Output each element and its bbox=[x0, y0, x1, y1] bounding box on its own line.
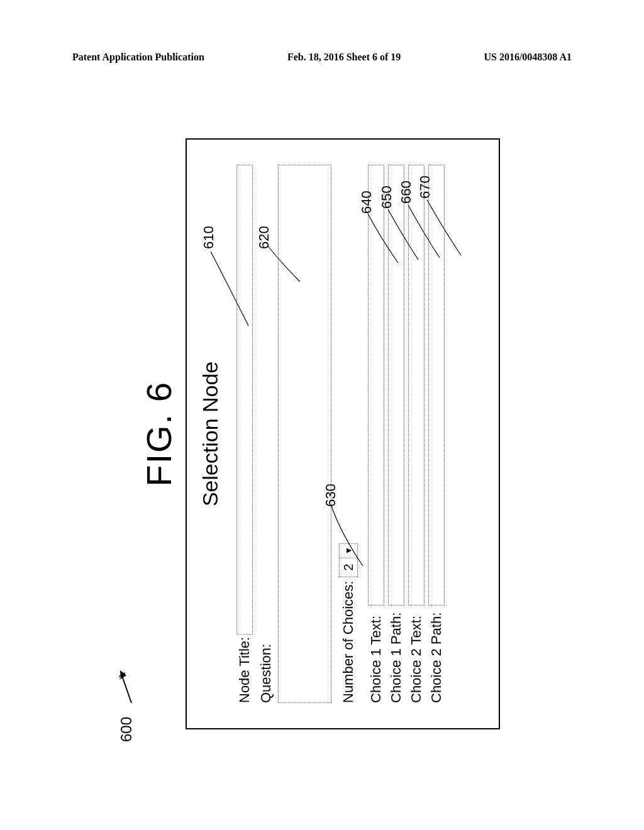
header-left: Patent Application Publication bbox=[72, 52, 204, 63]
figure-rotated-wrapper: 600 FIG. 6 Selection Node Node Title: Qu… bbox=[118, 126, 526, 742]
figure-ref-row: 600 bbox=[118, 126, 135, 742]
callout-660: 660 bbox=[398, 180, 414, 204]
callout-line-620 bbox=[287, 231, 313, 282]
num-choices-label: Number of Choices: bbox=[340, 581, 357, 703]
callout-line-630 bbox=[349, 490, 374, 566]
choice-1-text-row: Choice 1 Text: bbox=[368, 165, 384, 703]
choice-1-text-label: Choice 1 Text: bbox=[368, 606, 384, 703]
question-label: Question: bbox=[258, 644, 274, 703]
callout-670: 670 bbox=[417, 175, 433, 199]
arrow-icon bbox=[119, 667, 134, 704]
callout-650: 650 bbox=[379, 185, 395, 209]
choice-2-text-label: Choice 2 Text: bbox=[408, 606, 425, 703]
svg-line-0 bbox=[121, 674, 131, 703]
node-title-input[interactable] bbox=[236, 165, 253, 634]
node-title-label: Node Title: bbox=[236, 637, 253, 703]
num-choices-row: Number of Choices: 2 ▼ bbox=[339, 165, 358, 703]
ref-number-600: 600 bbox=[118, 717, 135, 742]
choice-2-path-label: Choice 2 Path: bbox=[428, 606, 445, 703]
callout-630: 630 bbox=[323, 484, 339, 507]
callout-610: 610 bbox=[201, 226, 217, 249]
patent-header: Patent Application Publication Feb. 18, … bbox=[0, 52, 644, 63]
callout-line-670 bbox=[457, 192, 482, 255]
callout-620: 620 bbox=[256, 226, 272, 249]
header-center: Feb. 18, 2016 Sheet 6 of 19 bbox=[287, 52, 401, 63]
figure-caption: FIG. 6 bbox=[138, 126, 179, 742]
selection-node-panel: Selection Node Node Title: Question: Num… bbox=[186, 138, 500, 729]
header-right: US 2016/0048308 A1 bbox=[484, 52, 572, 63]
callout-line-610 bbox=[241, 250, 266, 326]
choice-1-path-label: Choice 1 Path: bbox=[388, 606, 404, 703]
node-title-row: Node Title: bbox=[236, 165, 253, 703]
callout-640: 640 bbox=[358, 191, 375, 214]
